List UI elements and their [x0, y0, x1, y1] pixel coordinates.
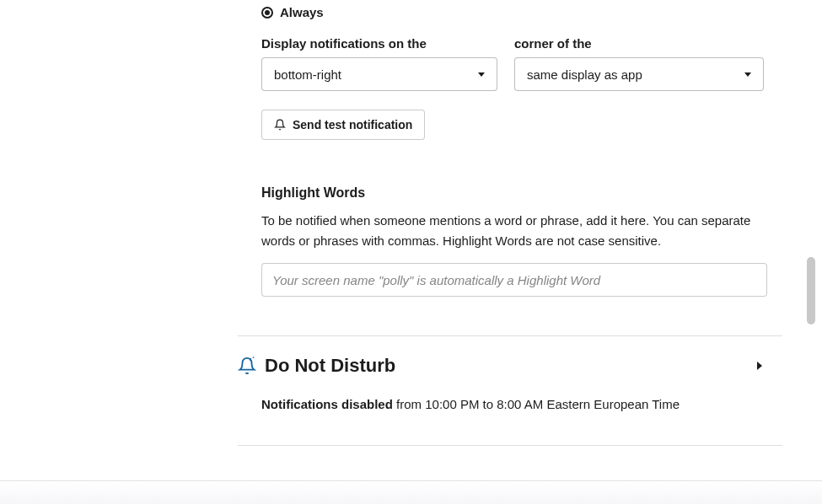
section-divider — [238, 445, 782, 446]
scrollbar-thumb[interactable] — [807, 257, 815, 324]
bell-icon — [274, 119, 286, 131]
send-test-notification-label: Send test notification — [293, 118, 412, 131]
notification-position-col: Display notifications on the bottom-righ… — [261, 36, 497, 91]
notification-display-value: same display as app — [527, 67, 642, 82]
notification-display-select[interactable]: same display as app — [514, 57, 764, 91]
do-not-disturb-header[interactable]: z z Do Not Disturb — [238, 355, 786, 377]
radio-always-row[interactable]: Always — [238, 5, 786, 19]
do-not-disturb-title: Do Not Disturb — [265, 355, 395, 377]
scrollbar[interactable] — [807, 0, 815, 504]
dnd-status-rest: from 10:00 PM to 8:00 AM Eastern Europea… — [393, 397, 680, 411]
notification-display-col: corner of the same display as app — [514, 36, 764, 91]
do-not-disturb-status: Notifications disabled from 10:00 PM to … — [238, 397, 786, 411]
notification-position-value: bottom-right — [274, 67, 341, 82]
svg-text:z: z — [252, 357, 255, 359]
bottom-edge — [0, 480, 822, 504]
section-divider — [238, 335, 782, 336]
send-test-notification-button[interactable]: Send test notification — [261, 110, 425, 140]
highlight-words-input[interactable] — [261, 263, 767, 297]
svg-text:z: z — [250, 357, 252, 362]
chevron-down-icon — [744, 72, 751, 77]
do-not-disturb-section: z z Do Not Disturb Notifications disable… — [238, 355, 786, 411]
chevron-right-icon — [757, 362, 762, 370]
dnd-icon: z z — [238, 357, 256, 375]
radio-always-label: Always — [280, 5, 324, 19]
highlight-words-description: To be notified when someone mentions a w… — [261, 211, 767, 251]
display-label-part1: Display notifications on the — [261, 36, 497, 51]
settings-content: Always Display notifications on the bott… — [238, 0, 786, 446]
notification-position-select[interactable]: bottom-right — [261, 57, 497, 91]
highlight-words-section: Highlight Words To be notified when some… — [238, 185, 786, 297]
notification-display-row: Display notifications on the bottom-righ… — [238, 36, 786, 91]
dnd-status-strong: Notifications disabled — [261, 397, 393, 411]
highlight-words-title: Highlight Words — [261, 185, 786, 201]
chevron-down-icon — [478, 72, 485, 77]
radio-selected-icon — [261, 7, 273, 19]
display-label-part2: corner of the — [514, 36, 764, 51]
